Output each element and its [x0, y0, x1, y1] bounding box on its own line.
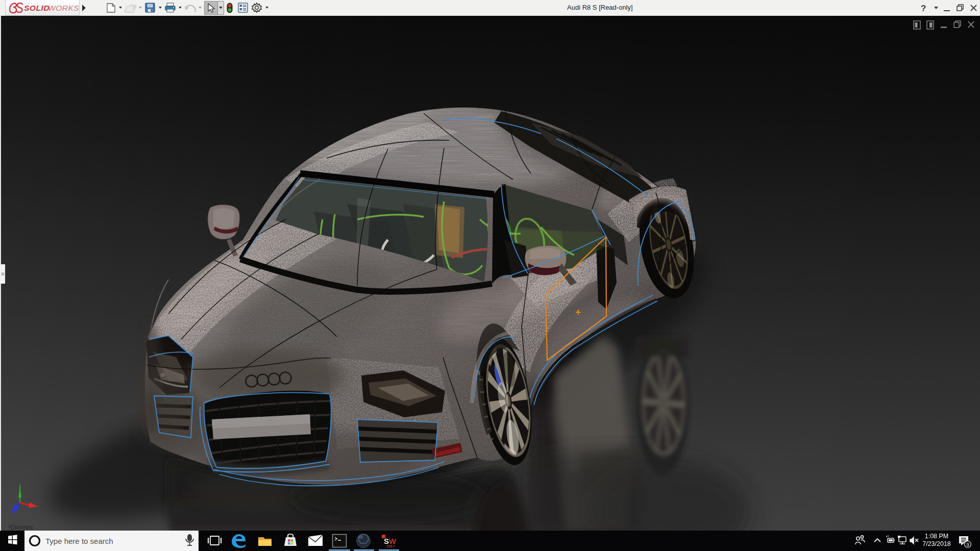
svg-text:?: ? — [921, 4, 926, 13]
svg-text:SOLID: SOLID — [24, 4, 50, 12]
svg-text:*Dimetric: *Dimetric — [8, 524, 33, 531]
svg-text:3: 3 — [967, 542, 969, 547]
svg-text:2017: 2017 — [386, 544, 395, 548]
svg-text:WORKS: WORKS — [48, 4, 79, 12]
